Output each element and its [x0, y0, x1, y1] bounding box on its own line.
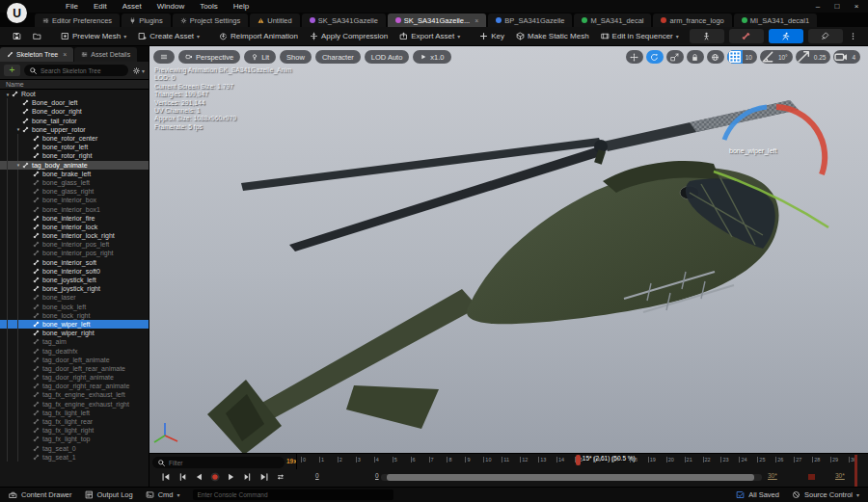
scale-tool[interactable]: [666, 50, 684, 64]
skeleton-search-box[interactable]: [24, 65, 128, 76]
character-menu[interactable]: Character: [315, 50, 361, 64]
tree-row-bone-interior-box1[interactable]: bone_interior_box1: [0, 204, 149, 213]
show-menu[interactable]: Show: [280, 50, 312, 64]
close-button[interactable]: ×: [847, 0, 866, 13]
tree-row-bone-rotor-left[interactable]: bone_rotor_left: [0, 143, 149, 151]
tree-row-bone-interior-soft0[interactable]: bone_interior_soft0: [0, 267, 149, 276]
tree-row-bone-interior-lock[interactable]: bone_interior_lock: [0, 223, 149, 231]
console-command-input[interactable]: [193, 489, 393, 500]
tree-row-bone-joystick-right[interactable]: bone_joystick_right: [0, 284, 149, 293]
tree-row-tag-seat-1[interactable]: tag_seat_1: [0, 453, 149, 462]
tab-mi-sa341-decal1[interactable]: MI_SA341_decal1: [734, 13, 817, 27]
perspective-select[interactable]: Perspective: [178, 50, 240, 64]
source-control-button[interactable]: Source Control▾: [792, 490, 859, 499]
toolbar-make-static-mesh-button[interactable]: Make Static Mesh: [510, 30, 595, 42]
tab-bp-sa341gazelle[interactable]: BP_SA341Gazelle: [488, 13, 572, 27]
output-log-button[interactable]: Output Log: [85, 490, 133, 499]
bone-display-toggle[interactable]: [729, 29, 764, 43]
lock-viewport[interactable]: [687, 50, 704, 64]
playhead[interactable]: [576, 455, 581, 465]
tree-row-bone-laser[interactable]: bone_laser: [0, 293, 149, 302]
skeleton-toggle[interactable]: [690, 29, 724, 43]
tree-row-tag-fx-light-top[interactable]: tag_fx_light_top: [0, 435, 149, 443]
to-front-button[interactable]: [159, 470, 173, 483]
tab-sk-sa341gazelle[interactable]: SK_SA341Gazelle...×: [388, 13, 486, 27]
tree-row-bone-interior-pos-left[interactable]: bone_interior_pos_left: [0, 240, 149, 249]
tree-row-tag-fx-engine-exhaust-left[interactable]: tag_fx_engine_exhaust_left: [0, 390, 149, 399]
tree-row-tag-door-left-animate[interactable]: tag_door_left_animate: [0, 356, 149, 364]
timeline-filter-box[interactable]: [152, 457, 285, 468]
save-button[interactable]: [7, 30, 27, 42]
menu-help[interactable]: Help: [226, 0, 257, 13]
camera-speed[interactable]: 4: [833, 50, 860, 64]
tab-editor-preferences[interactable]: Editor Preferences: [35, 13, 120, 27]
minimize-button[interactable]: –: [808, 0, 827, 13]
close-icon[interactable]: ×: [63, 51, 67, 58]
step-forward-button[interactable]: [241, 470, 255, 483]
tree-options-button[interactable]: ▾: [132, 66, 145, 75]
tree-row-tag-fx-light-right[interactable]: tag_fx_light_right: [0, 426, 149, 435]
record-button[interactable]: [208, 470, 222, 483]
tab-m-sa341-decal[interactable]: M_SA341_decal: [574, 13, 651, 27]
tree-row-bone-lock-right[interactable]: bone_lock_right: [0, 311, 149, 320]
menu-file[interactable]: File: [58, 0, 86, 13]
tree-row-bone-glass-left[interactable]: bone_glass_left: [0, 178, 149, 187]
tree-row-root[interactable]: ▾Root: [0, 90, 149, 98]
browse-button[interactable]: [27, 30, 47, 42]
tree-row-tag-door-left-rear-animate[interactable]: tag_door_left_rear_animate: [0, 364, 149, 373]
timeline-ruler[interactable]: 0123456789101112131415161718192021222324…: [296, 454, 852, 469]
tree-row-bone-wiper-right[interactable]: bone_wiper_right: [0, 329, 149, 337]
timeline-scrollbar[interactable]: [381, 474, 762, 481]
menu-asset[interactable]: Asset: [115, 0, 149, 13]
all-saved-status[interactable]: All Saved: [736, 490, 779, 499]
tree-row-bone-glass-right[interactable]: bone_glass_right: [0, 187, 149, 196]
more-options[interactable]: [843, 30, 863, 42]
grid-snap[interactable]: 10: [727, 50, 757, 64]
menu-tools[interactable]: Tools: [192, 0, 226, 13]
skeleton-search-input[interactable]: [41, 67, 123, 74]
toolbar-preview-mesh-button[interactable]: Preview Mesh▾: [55, 30, 132, 42]
tree-row-tag-door-right-rear-animate[interactable]: tag_door_right_rear_animate: [0, 382, 149, 390]
add-bone-button[interactable]: +: [4, 65, 20, 76]
view-mode-select[interactable]: Lit: [244, 50, 276, 64]
toolbar-apply-compression-button[interactable]: Apply Compression: [304, 30, 393, 42]
lod-select[interactable]: LOD Auto: [365, 50, 410, 64]
tree-row-bone-interior-pos-right[interactable]: bone_interior_pos_right: [0, 249, 149, 257]
tree-row-bone-door-left[interactable]: Bone_door_left: [0, 98, 149, 107]
tree-row-tag-deathfx[interactable]: tag_deathfx: [0, 346, 149, 355]
coordinate-system[interactable]: [707, 50, 724, 64]
cmd-select[interactable]: Cmd▾: [146, 490, 180, 499]
edit-brush-toggle[interactable]: [808, 29, 843, 43]
tree-row-bone-rotor-right[interactable]: bone_rotor_right: [0, 151, 149, 160]
animation-preview-toggle[interactable]: [769, 29, 803, 43]
tree-row-tag-aim[interactable]: tag_aim: [0, 337, 149, 346]
viewport[interactable]: PerspectiveLitShowCharacterLOD Autox1.0 …: [149, 46, 868, 453]
tree-row-bone-interior-lock-right[interactable]: bone_interior_lock_right: [0, 231, 149, 240]
tree-row-bone-interior-fire[interactable]: bone_interior_fire: [0, 214, 149, 223]
tab-arm-france-logo[interactable]: arm_france_logo: [653, 13, 731, 27]
timeline-field-0[interactable]: 0: [315, 472, 319, 479]
tab-project-settings[interactable]: Project Settings: [173, 13, 249, 27]
tree-row-bone-upper-rotor[interactable]: ▾bone_upper_rotor: [0, 125, 149, 134]
viewport-menu[interactable]: [153, 50, 175, 64]
toolbar-key-button[interactable]: Key: [474, 30, 510, 42]
maximize-button[interactable]: □: [827, 0, 847, 13]
tree-row-bone-rotor-center[interactable]: bone_rotor_center: [0, 134, 149, 143]
rotation-snap[interactable]: 10°: [760, 50, 793, 64]
tree-row-bone-interior-soft[interactable]: bone_interior_soft: [0, 258, 149, 267]
tree-row-bone-lock-left[interactable]: bone_lock_left: [0, 303, 149, 311]
step-backward-button[interactable]: [176, 470, 189, 483]
tree-row-tag-body-animate[interactable]: ▾tag_body_animate: [0, 161, 149, 170]
toolbar-create-asset-button[interactable]: Create Asset▾: [132, 30, 205, 42]
tree-row-bone-tail-rotor[interactable]: bone_tail_rotor: [0, 117, 149, 125]
tree-row-tag-seat-0[interactable]: tag_seat_0: [0, 444, 149, 453]
tree-row-bone-interior-box[interactable]: bone_interior_box: [0, 196, 149, 204]
tree-row-tag-fx-light-rear[interactable]: tag_fx_light_rear: [0, 417, 149, 426]
tab-sk-sa341gazelle[interactable]: SK_SA341Gazelle: [302, 13, 386, 27]
to-end-button[interactable]: [258, 470, 271, 483]
panel-tab-asset-details[interactable]: Asset Details: [74, 47, 137, 62]
unreal-logo-icon[interactable]: U: [7, 3, 27, 23]
menu-edit[interactable]: Edit: [86, 0, 115, 13]
tab-plugins[interactable]: Plugins: [122, 13, 171, 27]
content-drawer-button[interactable]: Content Drawer: [9, 490, 72, 499]
